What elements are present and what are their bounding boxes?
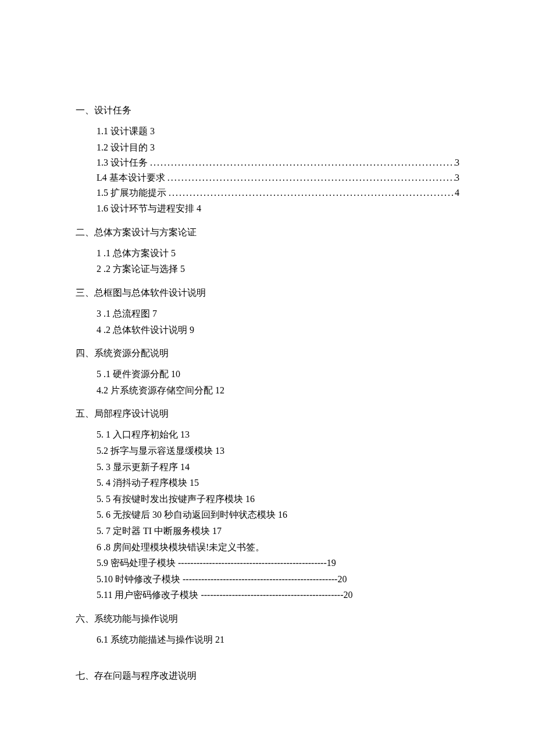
toc-item: 5 .1 硬件资源分配 10 — [97, 367, 459, 382]
toc-item: 4.2 片系统资源存储空间分配 12 — [97, 383, 459, 398]
toc-item: 1.5 扩展功能提示4 — [97, 186, 459, 200]
toc-item: 5.9 密码处理子模块 ----------------------------… — [97, 556, 459, 571]
toc-item: 1.3 设计任务3 — [97, 156, 459, 170]
toc-dash-leader: ----------------------------------------… — [201, 590, 343, 600]
toc-label: L4 基本设计要求 — [97, 171, 165, 185]
toc-label: 5.11 用户密码修改子模块 — [97, 590, 201, 600]
toc-dash-leader: ----------------------------------------… — [178, 558, 327, 568]
toc-item: 5.10 时钟修改子模块 ---------------------------… — [97, 572, 459, 587]
toc-label: 5.9 密码处理子模块 — [97, 558, 178, 568]
toc-item: 1 .1 总体方案设计 5 — [97, 246, 459, 261]
toc-page: 4 — [455, 186, 459, 200]
toc-item: 6 .8 房间处理模块模块错误!未定义书签。 — [97, 540, 459, 555]
toc-item: 1.1 设计课题 3 — [97, 124, 459, 139]
toc-items: 5. 1 入口程序初始化 135.2 拆字与显示容送显缓模块 135. 3 显示… — [76, 427, 459, 603]
section-heading: 二、总体方案设计与方案论证 — [76, 227, 459, 239]
toc-page: 19 — [327, 558, 336, 568]
toc-label: 1.3 设计任务 — [97, 156, 148, 170]
toc-leader — [166, 186, 455, 200]
toc-label: 1.5 扩展功能提示 — [97, 186, 166, 200]
toc-items: 1.1 设计课题 31.2 设计目的 31.3 设计任务3L4 基本设计要求31… — [76, 124, 459, 216]
section-heading: 四、系统资源分配说明 — [76, 347, 459, 360]
toc-item: 4 .2 总体软件设计说明 9 — [97, 323, 459, 338]
toc-item: 1.2 设计目的 3 — [97, 140, 459, 155]
toc-item: L4 基本设计要求3 — [97, 171, 459, 185]
toc-page: 20 — [337, 574, 347, 584]
toc-item: 5.2 拆字与显示容送显缓模块 13 — [97, 443, 459, 458]
toc-content: 一、设计任务1.1 设计课题 31.2 设计目的 31.3 设计任务3L4 基本… — [76, 105, 459, 682]
toc-item: 5. 3 显示更新子程序 14 — [97, 460, 459, 475]
toc-page: 3 — [455, 171, 459, 185]
toc-items: 6.1 系统功能描述与操作说明 21 — [76, 632, 459, 647]
section-heading: 一、设计任务 — [76, 105, 459, 117]
toc-dash-leader: ----------------------------------------… — [183, 574, 337, 584]
section-heading: 七、存在问题与程序改进说明 — [76, 670, 459, 682]
toc-items: 5 .1 硬件资源分配 104.2 片系统资源存储空间分配 12 — [76, 367, 459, 397]
toc-item: 5. 6 无按键后 30 秒自动返回到时钟状态模块 16 — [97, 507, 459, 522]
toc-page: 3 — [455, 156, 459, 170]
section-heading: 五、局部程序设计说明 — [76, 408, 459, 420]
toc-item: 6.1 系统功能描述与操作说明 21 — [97, 632, 459, 647]
section-heading: 三、总框图与总体软件设计说明 — [76, 287, 459, 299]
toc-leader — [148, 156, 455, 170]
toc-leader — [165, 171, 455, 185]
toc-item: 5. 1 入口程序初始化 13 — [97, 427, 459, 442]
toc-items: 3 .1 总流程图 74 .2 总体软件设计说明 9 — [76, 306, 459, 337]
toc-item: 5. 7 定时器 TI 中断服务模块 17 — [97, 524, 459, 539]
toc-item: 3 .1 总流程图 7 — [97, 306, 459, 321]
toc-label: 5.10 时钟修改子模块 — [97, 574, 183, 584]
section-heading: 六、系统功能与操作说明 — [76, 613, 459, 625]
toc-page: 20 — [344, 590, 353, 600]
toc-item: 5.11 用户密码修改子模块 -------------------------… — [97, 587, 459, 603]
toc-item: 1.6 设计环节与进程安排 4 — [97, 201, 459, 216]
toc-items: 1 .1 总体方案设计 52 .2 方案论证与选择 5 — [76, 246, 459, 277]
toc-item: 2 .2 方案论证与选择 5 — [97, 261, 459, 277]
toc-item: 5. 4 消抖动子程序模块 15 — [97, 475, 459, 490]
toc-item: 5. 5 有按键时发出按键声子程序模块 16 — [97, 492, 459, 507]
